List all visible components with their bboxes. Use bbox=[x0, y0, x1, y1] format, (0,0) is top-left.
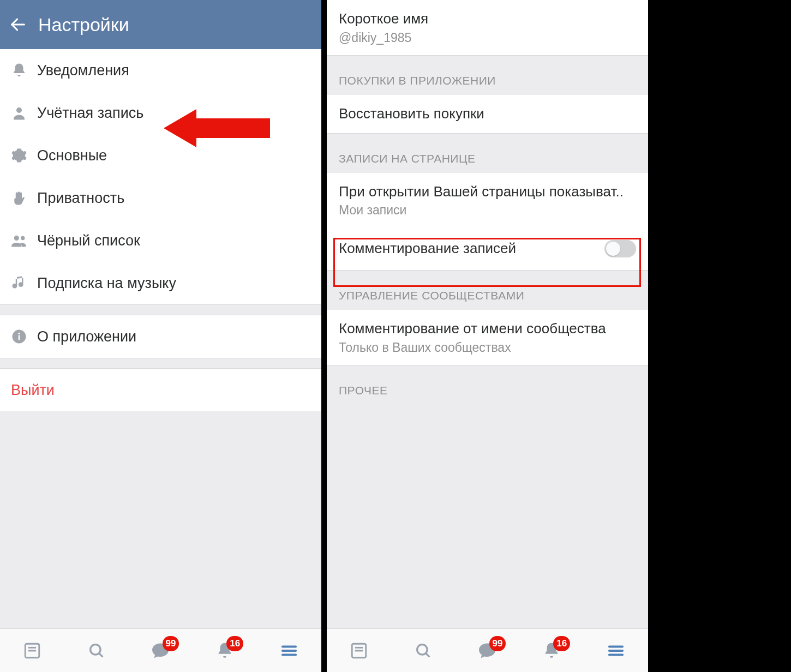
svg-point-2 bbox=[14, 236, 19, 241]
svg-point-1 bbox=[16, 107, 22, 113]
short-name-title: Короткое имя bbox=[339, 10, 636, 28]
tab-search[interactable] bbox=[407, 637, 440, 664]
page-open-title: При открытии Вашей страницы показыват.. bbox=[339, 183, 636, 201]
section-header-other: ПРОЧЕЕ bbox=[327, 365, 648, 400]
settings-item-label: Приватность bbox=[37, 190, 124, 207]
header-title: Настройки bbox=[38, 14, 129, 35]
person-icon bbox=[11, 105, 37, 121]
commenting-toggle[interactable] bbox=[604, 240, 636, 257]
header: Настройки bbox=[0, 0, 321, 49]
settings-item-label: Подписка на музыку bbox=[37, 275, 176, 292]
tab-badge: 99 bbox=[489, 636, 506, 651]
settings-item-label: О приложении bbox=[37, 328, 136, 345]
empty-space bbox=[0, 411, 321, 628]
svg-point-10 bbox=[90, 644, 100, 654]
settings-item-label: Учётная запись bbox=[37, 105, 143, 122]
short-name-value: @dikiy_1985 bbox=[339, 31, 636, 45]
tab-menu[interactable] bbox=[600, 637, 632, 664]
tab-badge: 16 bbox=[553, 636, 570, 651]
svg-marker-15 bbox=[164, 109, 270, 147]
page-open-value: Мои записи bbox=[339, 203, 636, 218]
bottom-tabbar: 99 16 bbox=[327, 628, 648, 672]
tab-feed[interactable] bbox=[343, 637, 375, 664]
settings-item-account[interactable]: Учётная запись bbox=[0, 92, 321, 134]
settings-list: Уведомления Учётная запись Основные Прив… bbox=[0, 49, 321, 304]
section-divider bbox=[0, 358, 321, 369]
tab-badge: 99 bbox=[163, 636, 179, 651]
tab-messages[interactable]: 99 bbox=[471, 637, 504, 664]
settings-item-blocklist[interactable]: Чёрный список bbox=[0, 219, 321, 262]
setting-commenting[interactable]: Комментирование записей bbox=[327, 227, 648, 270]
music-note-icon bbox=[11, 275, 37, 291]
tab-menu[interactable] bbox=[273, 637, 305, 664]
section-header-wall: ЗАПИСИ НА СТРАНИЦЕ bbox=[327, 134, 648, 173]
tab-feed[interactable] bbox=[16, 637, 49, 664]
settings-item-label: Основные bbox=[37, 147, 107, 164]
settings-item-notifications[interactable]: Уведомления bbox=[0, 49, 321, 92]
red-arrow-annotation bbox=[164, 106, 273, 152]
setting-page-open-show[interactable]: При открытии Вашей страницы показыват.. … bbox=[327, 173, 648, 228]
settings-item-label: Уведомления bbox=[37, 62, 129, 79]
hand-icon bbox=[11, 190, 37, 206]
back-arrow-icon[interactable] bbox=[9, 15, 27, 34]
left-screen: Настройки Уведомления Учётная запись Осн… bbox=[0, 0, 321, 672]
restore-purchases-label: Восстановить покупки bbox=[339, 105, 636, 123]
svg-point-3 bbox=[21, 236, 25, 241]
trailing-space bbox=[648, 0, 791, 672]
tab-messages[interactable]: 99 bbox=[144, 637, 177, 664]
bell-icon bbox=[11, 62, 37, 79]
setting-community-commenting[interactable]: Комментирование от имени сообщества Толь… bbox=[327, 310, 648, 365]
info-icon bbox=[11, 328, 37, 345]
gear-icon bbox=[11, 147, 37, 164]
commenting-title: Комментирование записей bbox=[339, 239, 599, 258]
community-comment-title: Комментирование от имени сообщества bbox=[339, 320, 636, 338]
tab-notifications[interactable]: 16 bbox=[535, 637, 568, 664]
bottom-tabbar: 99 16 bbox=[0, 628, 321, 672]
section-header-purchases: ПОКУПКИ В ПРИЛОЖЕНИИ bbox=[327, 56, 648, 95]
settings-item-general[interactable]: Основные bbox=[0, 134, 321, 177]
settings-item-privacy[interactable]: Приватность bbox=[0, 177, 321, 219]
tab-badge: 16 bbox=[226, 636, 243, 651]
settings-item-about[interactable]: О приложении bbox=[0, 315, 321, 358]
signout-label: Выйти bbox=[11, 382, 55, 399]
settings-item-label: Чёрный список bbox=[37, 232, 140, 249]
svg-rect-5 bbox=[19, 335, 20, 340]
svg-line-11 bbox=[99, 653, 103, 657]
settings-item-music[interactable]: Подписка на музыку bbox=[0, 262, 321, 304]
setting-restore-purchases[interactable]: Восстановить покупки bbox=[327, 95, 648, 133]
screen-separator bbox=[321, 0, 327, 672]
section-header-communities: УПРАВЛЕНИЕ СООБЩЕСТВАМИ bbox=[327, 271, 648, 310]
signout-button[interactable]: Выйти bbox=[0, 369, 321, 411]
svg-point-6 bbox=[18, 333, 20, 334]
community-comment-value: Только в Ваших сообществах bbox=[339, 340, 636, 355]
tab-search[interactable] bbox=[80, 637, 113, 664]
setting-short-name[interactable]: Короткое имя @dikiy_1985 bbox=[327, 0, 648, 55]
svg-line-20 bbox=[426, 653, 429, 657]
people-icon bbox=[11, 232, 37, 249]
svg-point-19 bbox=[417, 644, 427, 654]
tab-notifications[interactable]: 16 bbox=[208, 637, 241, 664]
right-screen: Короткое имя @dikiy_1985 ПОКУПКИ В ПРИЛО… bbox=[327, 0, 648, 672]
section-divider bbox=[0, 304, 321, 315]
